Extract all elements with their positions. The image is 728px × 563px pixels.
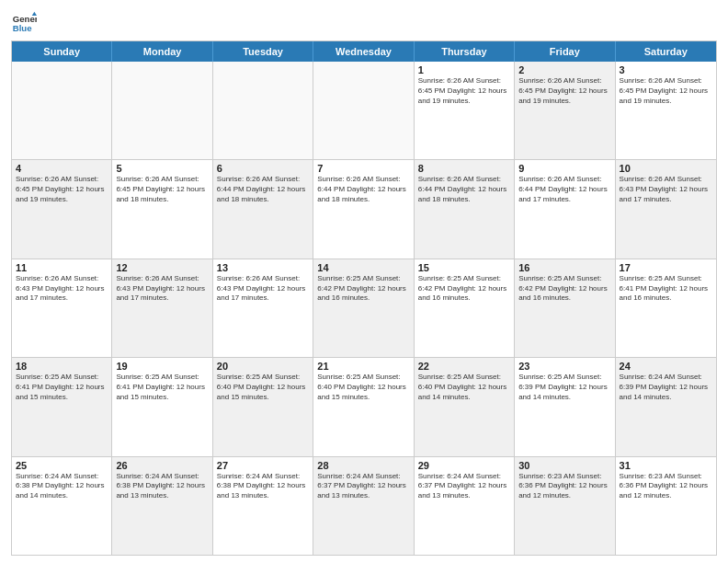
- calendar-cell: 16Sunrise: 6:25 AM Sunset: 6:42 PM Dayli…: [515, 259, 615, 357]
- cell-info: Sunrise: 6:26 AM Sunset: 6:45 PM Dayligh…: [16, 175, 108, 204]
- cell-info: Sunrise: 6:25 AM Sunset: 6:40 PM Dayligh…: [317, 373, 409, 402]
- cell-info: Sunrise: 6:24 AM Sunset: 6:37 PM Dayligh…: [418, 472, 510, 501]
- calendar-cell: 1Sunrise: 6:26 AM Sunset: 6:45 PM Daylig…: [415, 62, 515, 159]
- day-number: 6: [217, 163, 309, 174]
- day-number: 11: [16, 262, 108, 273]
- calendar-cell: 27Sunrise: 6:24 AM Sunset: 6:38 PM Dayli…: [213, 457, 313, 555]
- calendar-cell: 28Sunrise: 6:24 AM Sunset: 6:37 PM Dayli…: [313, 457, 414, 555]
- calendar-cell: 30Sunrise: 6:23 AM Sunset: 6:36 PM Dayli…: [515, 457, 615, 555]
- cell-info: Sunrise: 6:26 AM Sunset: 6:45 PM Dayligh…: [418, 76, 510, 106]
- calendar-cell: 7Sunrise: 6:26 AM Sunset: 6:44 PM Daylig…: [313, 160, 414, 258]
- day-number: 23: [518, 361, 610, 372]
- day-number: 25: [16, 460, 108, 471]
- day-number: 19: [116, 361, 208, 372]
- calendar-cell: [313, 62, 414, 159]
- calendar-cell: 23Sunrise: 6:25 AM Sunset: 6:39 PM Dayli…: [515, 358, 615, 455]
- day-number: 15: [418, 262, 510, 273]
- day-number: 29: [418, 460, 510, 471]
- cell-info: Sunrise: 6:26 AM Sunset: 6:43 PM Dayligh…: [116, 274, 208, 304]
- calendar-row: 18Sunrise: 6:25 AM Sunset: 6:41 PM Dayli…: [12, 358, 716, 456]
- cell-info: Sunrise: 6:23 AM Sunset: 6:36 PM Dayligh…: [620, 472, 712, 501]
- calendar-cell: [12, 62, 112, 159]
- calendar-cell: 31Sunrise: 6:23 AM Sunset: 6:36 PM Dayli…: [616, 457, 716, 555]
- cell-info: Sunrise: 6:24 AM Sunset: 6:39 PM Dayligh…: [620, 373, 712, 402]
- calendar-cell: 22Sunrise: 6:25 AM Sunset: 6:40 PM Dayli…: [415, 358, 515, 455]
- day-number: 9: [518, 163, 610, 174]
- cell-info: Sunrise: 6:25 AM Sunset: 6:41 PM Dayligh…: [620, 274, 712, 304]
- day-header-thursday: Thursday: [415, 41, 515, 62]
- calendar-cell: 20Sunrise: 6:25 AM Sunset: 6:40 PM Dayli…: [213, 358, 313, 455]
- day-header-friday: Friday: [515, 41, 615, 62]
- calendar: SundayMondayTuesdayWednesdayThursdayFrid…: [11, 40, 717, 556]
- day-number: 5: [116, 163, 208, 174]
- svg-text:Blue: Blue: [13, 23, 32, 33]
- calendar-row: 1Sunrise: 6:26 AM Sunset: 6:45 PM Daylig…: [12, 62, 716, 160]
- day-header-monday: Monday: [112, 41, 212, 62]
- day-header-sunday: Sunday: [12, 41, 112, 62]
- cell-info: Sunrise: 6:26 AM Sunset: 6:45 PM Dayligh…: [620, 76, 712, 106]
- calendar-cell: 3Sunrise: 6:26 AM Sunset: 6:45 PM Daylig…: [616, 62, 716, 159]
- calendar-cell: 15Sunrise: 6:25 AM Sunset: 6:42 PM Dayli…: [415, 259, 515, 357]
- cell-info: Sunrise: 6:24 AM Sunset: 6:38 PM Dayligh…: [217, 472, 309, 501]
- calendar-cell: 25Sunrise: 6:24 AM Sunset: 6:38 PM Dayli…: [12, 457, 112, 555]
- calendar-body: 1Sunrise: 6:26 AM Sunset: 6:45 PM Daylig…: [12, 62, 716, 555]
- cell-info: Sunrise: 6:25 AM Sunset: 6:39 PM Dayligh…: [518, 373, 610, 402]
- cell-info: Sunrise: 6:26 AM Sunset: 6:44 PM Dayligh…: [217, 175, 309, 204]
- day-number: 7: [317, 163, 409, 174]
- day-number: 27: [217, 460, 309, 471]
- calendar-cell: 21Sunrise: 6:25 AM Sunset: 6:40 PM Dayli…: [313, 358, 414, 455]
- cell-info: Sunrise: 6:25 AM Sunset: 6:40 PM Dayligh…: [217, 373, 309, 402]
- calendar-cell: 6Sunrise: 6:26 AM Sunset: 6:44 PM Daylig…: [213, 160, 313, 258]
- day-number: 8: [418, 163, 510, 174]
- calendar-cell: 18Sunrise: 6:25 AM Sunset: 6:41 PM Dayli…: [12, 358, 112, 455]
- day-header-saturday: Saturday: [616, 41, 716, 62]
- calendar-cell: 9Sunrise: 6:26 AM Sunset: 6:44 PM Daylig…: [515, 160, 615, 258]
- day-number: 20: [217, 361, 309, 372]
- day-number: 3: [620, 64, 712, 75]
- cell-info: Sunrise: 6:25 AM Sunset: 6:40 PM Dayligh…: [418, 373, 510, 402]
- cell-info: Sunrise: 6:26 AM Sunset: 6:43 PM Dayligh…: [620, 175, 712, 204]
- cell-info: Sunrise: 6:26 AM Sunset: 6:44 PM Dayligh…: [317, 175, 409, 204]
- calendar-row: 25Sunrise: 6:24 AM Sunset: 6:38 PM Dayli…: [12, 457, 716, 555]
- day-number: 13: [217, 262, 309, 273]
- calendar-cell: 14Sunrise: 6:25 AM Sunset: 6:42 PM Dayli…: [313, 259, 414, 357]
- day-number: 21: [317, 361, 409, 372]
- cell-info: Sunrise: 6:25 AM Sunset: 6:41 PM Dayligh…: [116, 373, 208, 402]
- day-number: 26: [116, 460, 208, 471]
- cell-info: Sunrise: 6:25 AM Sunset: 6:41 PM Dayligh…: [16, 373, 108, 402]
- cell-info: Sunrise: 6:24 AM Sunset: 6:38 PM Dayligh…: [116, 472, 208, 501]
- cell-info: Sunrise: 6:26 AM Sunset: 6:44 PM Dayligh…: [518, 175, 610, 204]
- page-header: General Blue: [11, 9, 717, 35]
- cell-info: Sunrise: 6:26 AM Sunset: 6:43 PM Dayligh…: [16, 274, 108, 304]
- day-number: 14: [317, 262, 409, 273]
- calendar-cell: 29Sunrise: 6:24 AM Sunset: 6:37 PM Dayli…: [415, 457, 515, 555]
- cell-info: Sunrise: 6:23 AM Sunset: 6:36 PM Dayligh…: [518, 472, 610, 501]
- calendar-cell: 5Sunrise: 6:26 AM Sunset: 6:45 PM Daylig…: [112, 160, 212, 258]
- calendar-cell: 2Sunrise: 6:26 AM Sunset: 6:45 PM Daylig…: [515, 62, 615, 159]
- day-number: 16: [518, 262, 610, 273]
- calendar-cell: 24Sunrise: 6:24 AM Sunset: 6:39 PM Dayli…: [616, 358, 716, 455]
- calendar-row: 11Sunrise: 6:26 AM Sunset: 6:43 PM Dayli…: [12, 259, 716, 358]
- calendar-cell: 19Sunrise: 6:25 AM Sunset: 6:41 PM Dayli…: [112, 358, 212, 455]
- calendar-row: 4Sunrise: 6:26 AM Sunset: 6:45 PM Daylig…: [12, 160, 716, 259]
- day-number: 28: [317, 460, 409, 471]
- day-number: 24: [620, 361, 712, 372]
- day-number: 22: [418, 361, 510, 372]
- day-number: 12: [116, 262, 208, 273]
- cell-info: Sunrise: 6:25 AM Sunset: 6:42 PM Dayligh…: [518, 274, 610, 304]
- day-number: 4: [16, 163, 108, 174]
- cell-info: Sunrise: 6:25 AM Sunset: 6:42 PM Dayligh…: [418, 274, 510, 304]
- calendar-cell: [213, 62, 313, 159]
- calendar-cell: 12Sunrise: 6:26 AM Sunset: 6:43 PM Dayli…: [112, 259, 212, 357]
- calendar-cell: 10Sunrise: 6:26 AM Sunset: 6:43 PM Dayli…: [616, 160, 716, 258]
- day-header-wednesday: Wednesday: [313, 41, 414, 62]
- cell-info: Sunrise: 6:24 AM Sunset: 6:37 PM Dayligh…: [317, 472, 409, 501]
- day-number: 17: [620, 262, 712, 273]
- day-number: 30: [518, 460, 610, 471]
- day-number: 10: [620, 163, 712, 174]
- cell-info: Sunrise: 6:25 AM Sunset: 6:42 PM Dayligh…: [317, 274, 409, 304]
- day-header-tuesday: Tuesday: [213, 41, 313, 62]
- calendar-cell: 11Sunrise: 6:26 AM Sunset: 6:43 PM Dayli…: [12, 259, 112, 357]
- calendar-cell: 13Sunrise: 6:26 AM Sunset: 6:43 PM Dayli…: [213, 259, 313, 357]
- day-number: 31: [620, 460, 712, 471]
